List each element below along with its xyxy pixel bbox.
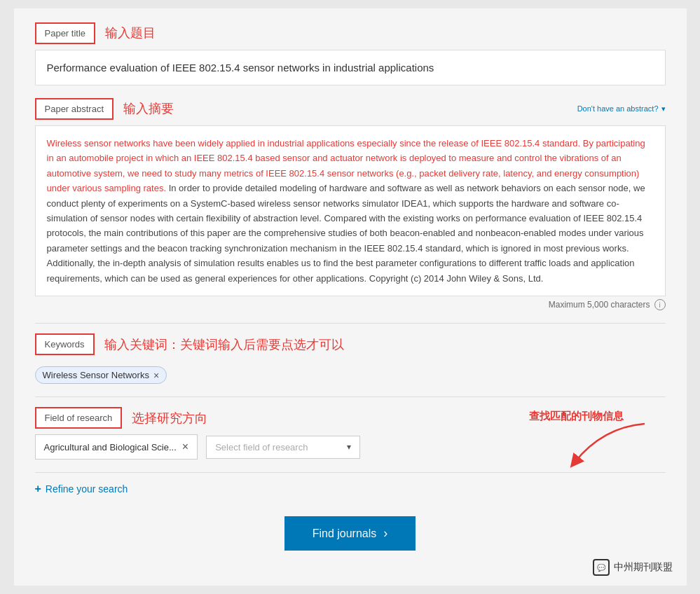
remove-keyword-btn[interactable]: × <box>153 371 159 380</box>
keyword-text: Wireless Sensor Networks <box>43 370 149 380</box>
keywords-chinese: 输入关键词：关键词输入后需要点选才可以 <box>104 336 344 353</box>
chevron-down-icon: ▾ <box>347 442 351 452</box>
paper-abstract-label: Paper abstract <box>35 98 114 120</box>
keywords-tags: Wireless Sensor Networks × <box>35 361 666 384</box>
abstract-header-left: Paper abstract 输入摘要 <box>35 98 174 120</box>
char-count: Maximum 5,000 characters i <box>35 299 666 310</box>
abstract-text-copyright: Copyright (c) 2014 John Wiley & Sons, Lt… <box>369 273 544 284</box>
find-journals-label: Find journals <box>313 527 377 540</box>
paper-title-header: Paper title 输入题目 <box>35 22 666 44</box>
paper-title-chinese: 输入题目 <box>105 25 156 41</box>
field-dropdowns: Agricultural and Biological Scie... × Se… <box>35 434 666 460</box>
abstract-header: Paper abstract 输入摘要 Don't have an abstra… <box>35 98 666 120</box>
plus-icon: + <box>35 483 41 495</box>
find-journals-button[interactable]: Find journals › <box>284 516 416 551</box>
find-journals-container: Find journals › <box>35 516 666 551</box>
watermark: 💬 中州期刊联盟 <box>593 559 673 576</box>
remove-field-btn[interactable]: × <box>182 441 188 453</box>
field-chinese: 选择研究方向 <box>132 410 207 427</box>
char-limit-text: Maximum 5,000 characters <box>549 300 650 310</box>
refine-search-link[interactable]: + Refine your search <box>35 483 666 495</box>
abstract-text-part2: In order to provide detailed modeling of… <box>47 183 645 284</box>
find-journals-arrow: › <box>383 526 387 541</box>
dont-have-abstract-link[interactable]: Don't have an abstract? ▾ <box>577 104 666 113</box>
separator-1 <box>35 323 666 324</box>
keywords-section: Keywords 输入关键词：关键词输入后需要点选才可以 Wireless Se… <box>35 333 666 384</box>
main-container: Paper title 输入题目 Performance evaluation … <box>14 8 687 586</box>
red-arrow-svg <box>547 420 659 476</box>
field-placeholder: Select field of research <box>215 442 308 453</box>
info-icon[interactable]: i <box>654 299 666 310</box>
dont-have-text: Don't have an abstract? <box>577 104 659 113</box>
keywords-label: Keywords <box>35 333 95 355</box>
paper-title-value[interactable]: Performance evaluation of IEEE 802.15.4 … <box>35 50 666 85</box>
watermark-text: 中州期刊联盟 <box>614 561 673 574</box>
keyword-tag: Wireless Sensor Networks × <box>35 366 167 384</box>
field-select-dropdown[interactable]: Select field of research ▾ <box>206 436 360 459</box>
field-selected-tag: Agricultural and Biological Scie... × <box>35 434 198 460</box>
field-of-research-section: Field of research 选择研究方向 Agricultural an… <box>35 407 666 460</box>
field-label: Field of research <box>35 407 123 429</box>
wechat-icon: 💬 <box>593 559 610 576</box>
abstract-content[interactable]: Wireless sensor networks have been widel… <box>35 125 666 296</box>
paper-title-label: Paper title <box>35 22 96 44</box>
chevron-down-icon: ▾ <box>661 104 666 113</box>
abstract-chinese: 输入摘要 <box>123 100 174 117</box>
field-selected-text: Agricultural and Biological Scie... <box>44 442 177 453</box>
refine-label: Refine your search <box>46 483 128 495</box>
separator-2 <box>35 396 666 397</box>
keywords-header: Keywords 输入关键词：关键词输入后需要点选才可以 <box>35 333 666 355</box>
